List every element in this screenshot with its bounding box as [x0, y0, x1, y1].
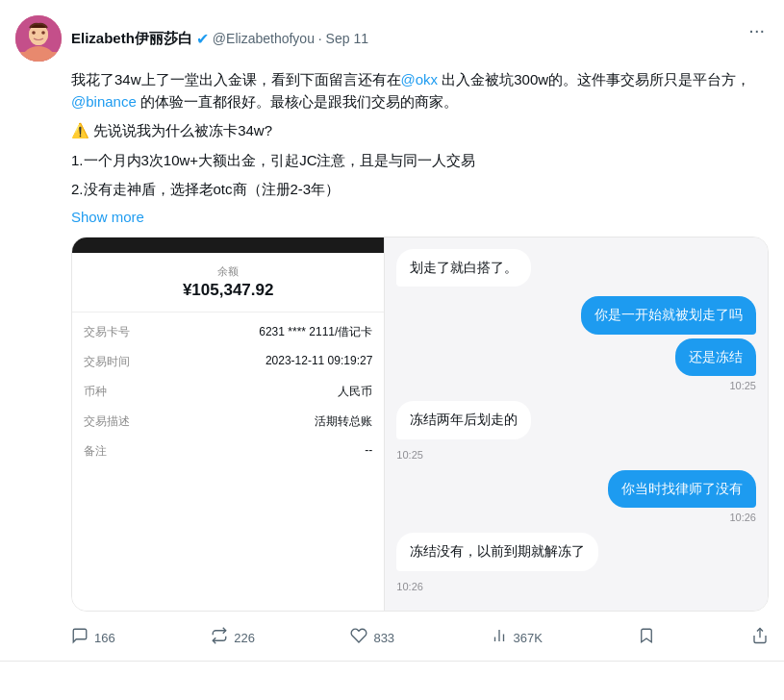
tweet-header: Elizabeth伊丽莎白 ✔ @Elizabethofyou · Sep 11…	[15, 15, 769, 62]
detail-value-currency: 人民币	[338, 384, 372, 400]
bank-screenshot: 余额 ¥105,347.92 交易卡号 6231 **** 2111/借记卡 交…	[72, 238, 385, 611]
like-action[interactable]: 833	[350, 627, 394, 649]
warning-line: ⚠️ 先说说我为什么被冻卡34w?	[71, 120, 769, 142]
chat-bubble-3: 还是冻结	[675, 338, 756, 377]
tweet-text-part1: 我花了34w上了一堂出入金课，看到下面留言还有在	[71, 71, 401, 88]
svg-point-6	[41, 31, 45, 35]
media-container: 余额 ¥105,347.92 交易卡号 6231 **** 2111/借记卡 交…	[71, 237, 769, 612]
display-name[interactable]: Elizabeth伊丽莎白	[71, 30, 192, 48]
retweet-icon	[211, 627, 228, 649]
point2: 2.没有走神盾，选择老otc商（注册2-3年）	[71, 179, 769, 201]
detail-label-currency: 币种	[84, 384, 107, 400]
detail-row-card: 交易卡号 6231 **** 2111/借记卡	[84, 324, 372, 340]
comment-icon	[71, 627, 89, 649]
mention-binance[interactable]: @binance	[71, 93, 137, 110]
views-action[interactable]: 367K	[491, 627, 543, 649]
tweet-container: Elizabeth伊丽莎白 ✔ @Elizabethofyou · Sep 11…	[0, 0, 784, 662]
bookmark-icon	[638, 627, 655, 649]
comment-count: 166	[94, 631, 115, 645]
share-icon	[751, 627, 769, 649]
point1: 1.一个月内3次10w+大额出金，引起JC注意，且是与同一人交易	[71, 150, 769, 172]
verified-icon: ✔	[196, 30, 209, 48]
chat-bubble-5: 你当时找律师了没有	[608, 470, 756, 509]
chat-bubble-6: 冻结没有，以前到期就解冻了	[396, 533, 598, 571]
user-info: Elizabeth伊丽莎白 ✔ @Elizabethofyou · Sep 11	[71, 30, 368, 48]
user-name-row: Elizabeth伊丽莎白 ✔ @Elizabethofyou · Sep 11	[71, 30, 368, 48]
chat-bubble-4: 冻结两年后划走的	[396, 401, 531, 439]
svg-rect-7	[15, 52, 62, 62]
detail-row-desc: 交易描述 活期转总账	[84, 413, 372, 430]
tweet-body: 我花了34w上了一堂出入金课，看到下面留言还有在@okx 出入金被坑300w的。…	[71, 69, 769, 661]
detail-label-desc: 交易描述	[84, 413, 130, 430]
chat-bubble-2: 你是一开始就被划走了吗	[581, 296, 756, 335]
avatar[interactable]	[15, 15, 62, 62]
detail-value-desc: 活期转总账	[315, 413, 372, 430]
tweet-text-part2: 出入金被坑300w的。这件事交易所只是平台方，	[438, 71, 750, 88]
detail-row-note: 备注 --	[84, 443, 372, 460]
views-icon	[491, 627, 508, 649]
bank-details: 交易卡号 6231 **** 2111/借记卡 交易时间 2023-12-11 …	[72, 312, 384, 611]
chat-time-3: 10:26	[729, 512, 756, 523]
tweet-text-part3: 的体验一直都很好。最核心是跟我们交易的商家。	[137, 93, 458, 110]
detail-row-time: 交易时间 2023-12-11 09:19:27	[84, 354, 372, 370]
warning-section: ⚠️ 先说说我为什么被冻卡34w? 1.一个月内3次10w+大额出金，引起JC注…	[71, 120, 769, 201]
bank-balance-area: 余额 ¥105,347.92	[72, 253, 384, 312]
tweet-actions: 166 226 833 367K	[71, 623, 769, 661]
show-more-button[interactable]: Show more	[71, 209, 769, 225]
retweet-action[interactable]: 226	[211, 627, 255, 649]
balance-label: 余额	[84, 264, 372, 279]
chat-time-1: 10:25	[729, 380, 756, 391]
detail-row-currency: 币种 人民币	[84, 384, 372, 400]
detail-value-time: 2023-12-11 09:19:27	[266, 354, 372, 370]
tweet-text: 我花了34w上了一堂出入金课，看到下面留言还有在@okx 出入金被坑300w的。…	[71, 69, 769, 112]
chat-panel: 划走了就白搭了。 你是一开始就被划走了吗 还是冻结 10:25 冻结两年后划走的…	[385, 238, 768, 611]
chat-time-2: 10:25	[396, 449, 423, 461]
share-action[interactable]	[751, 627, 769, 649]
detail-label-note: 备注	[84, 443, 107, 460]
more-options-icon[interactable]: ···	[745, 15, 769, 45]
detail-value-note: --	[365, 443, 372, 460]
views-count: 367K	[514, 631, 543, 645]
balance-amount: ¥105,347.92	[84, 281, 372, 300]
handle-date: @Elizabethofyou · Sep 11	[213, 31, 368, 46]
bank-header	[72, 238, 384, 253]
bookmark-action[interactable]	[638, 627, 655, 649]
tweet-header-left: Elizabeth伊丽莎白 ✔ @Elizabethofyou · Sep 11	[15, 15, 368, 62]
detail-value-card: 6231 **** 2111/借记卡	[259, 324, 372, 340]
mention-okx[interactable]: @okx	[401, 71, 439, 88]
like-count: 833	[373, 631, 394, 645]
chat-bubble-1: 划走了就白搭了。	[396, 249, 531, 288]
svg-point-5	[32, 31, 36, 35]
detail-label-card: 交易卡号	[84, 324, 130, 340]
retweet-count: 226	[234, 631, 255, 645]
like-icon	[350, 627, 367, 649]
detail-label-time: 交易时间	[84, 354, 130, 370]
chat-time-4: 10:26	[396, 581, 423, 592]
comment-action[interactable]: 166	[71, 627, 115, 649]
